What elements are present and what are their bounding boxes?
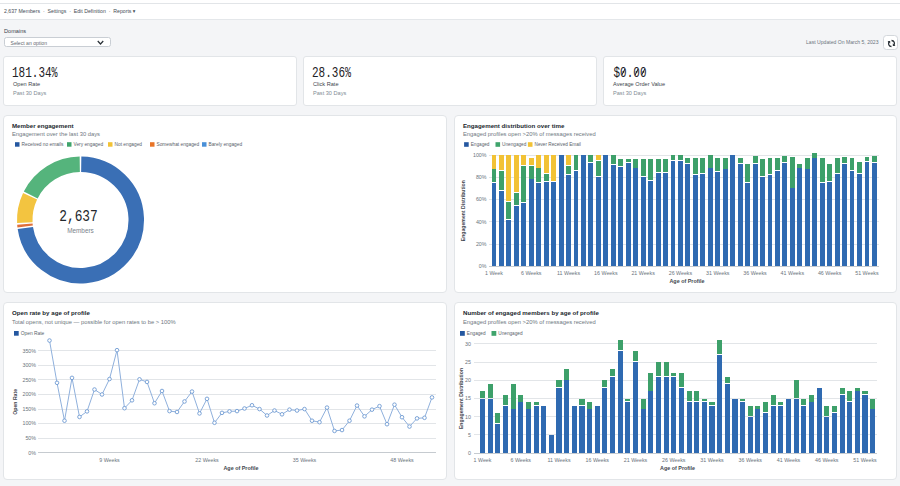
svg-text:2,637: 2,637 [59, 207, 98, 226]
svg-text:80%: 80% [475, 174, 486, 180]
svg-text:Number of engaged members by a: Number of engaged members by age of prof… [463, 309, 599, 316]
svg-text:6 Weeks: 6 Weeks [510, 456, 531, 462]
svg-text:0%: 0% [28, 449, 36, 455]
svg-text:Engaged: Engaged [466, 331, 485, 336]
svg-text:Past 30 Days: Past 30 Days [313, 90, 346, 96]
svg-text:35 Weeks: 35 Weeks [292, 456, 316, 462]
svg-text:51 Weeks: 51 Weeks [855, 270, 879, 276]
svg-text:350%: 350% [22, 347, 36, 353]
svg-text:22 Weeks: 22 Weeks [195, 456, 219, 462]
svg-text:36 Weeks: 36 Weeks [738, 456, 762, 462]
svg-text:20: 20 [465, 377, 471, 383]
svg-text:Engagement Distribution: Engagement Distribution [457, 367, 463, 428]
svg-text:1 Week: 1 Week [485, 270, 503, 276]
svg-text:Very engaged: Very engaged [73, 142, 103, 147]
svg-text:10: 10 [465, 413, 471, 419]
svg-text:50%: 50% [25, 435, 36, 441]
svg-text:11 Weeks: 11 Weeks [557, 270, 580, 276]
svg-text:36 Weeks: 36 Weeks [743, 270, 767, 276]
svg-text:15: 15 [465, 395, 471, 401]
svg-text:Unengaged: Unengaged [502, 142, 527, 147]
svg-text:11 Weeks: 11 Weeks [547, 456, 570, 462]
svg-text:Age of Profile: Age of Profile [660, 464, 695, 470]
svg-text:Members: Members [67, 227, 94, 234]
svg-text:40%: 40% [475, 219, 486, 225]
svg-text:0%: 0% [478, 263, 486, 269]
svg-text:31 Weeks: 31 Weeks [700, 456, 724, 462]
svg-text:46 Weeks: 46 Weeks [815, 456, 839, 462]
svg-text:Engaged: Engaged [470, 142, 489, 147]
svg-text:5: 5 [468, 431, 471, 437]
svg-text:Engaged profiles open >20% of: Engaged profiles open >20% of messages r… [463, 318, 596, 324]
svg-text:Engaged profiles open >20% of: Engaged profiles open >20% of messages r… [463, 131, 596, 137]
svg-text:41 Weeks: 41 Weeks [776, 456, 800, 462]
svg-text:Engagement distribution over t: Engagement distribution over time [463, 122, 565, 129]
svg-text:26 Weeks: 26 Weeks [662, 456, 686, 462]
svg-text:Open Rate: Open Rate [20, 331, 44, 336]
svg-text:Open Rate: Open Rate [13, 81, 40, 87]
svg-text:Engagement Distribution: Engagement Distribution [460, 180, 466, 241]
svg-text:26 Weeks: 26 Weeks [668, 270, 692, 276]
svg-text:Engagement over the last 30 da: Engagement over the last 30 days [12, 131, 100, 137]
svg-text:300%: 300% [22, 362, 36, 368]
svg-text:Open rate by age of profile: Open rate by age of profile [12, 309, 90, 316]
svg-text:Somewhat engaged: Somewhat engaged [156, 142, 199, 147]
svg-text:21 Weeks: 21 Weeks [631, 270, 655, 276]
svg-text:$0.00: $0.00 [613, 63, 646, 80]
svg-text:60%: 60% [475, 196, 486, 202]
svg-text:Not engaged: Not engaged [114, 142, 142, 147]
svg-text:Never Received Email: Never Received Email [534, 142, 580, 147]
svg-text:0: 0 [468, 450, 471, 456]
svg-text:20%: 20% [475, 241, 486, 247]
svg-text:1 Week: 1 Week [473, 456, 491, 462]
svg-text:Received no emails: Received no emails [21, 142, 63, 147]
svg-text:25: 25 [465, 358, 471, 364]
svg-text:250%: 250% [22, 376, 36, 382]
svg-text:21 Weeks: 21 Weeks [623, 456, 647, 462]
svg-text:Member engagement: Member engagement [12, 122, 73, 129]
svg-text:48 Weeks: 48 Weeks [390, 456, 414, 462]
svg-text:100%: 100% [472, 152, 486, 158]
svg-text:51 Weeks: 51 Weeks [853, 456, 877, 462]
svg-text:30: 30 [465, 340, 471, 346]
svg-text:46 Weeks: 46 Weeks [817, 270, 841, 276]
svg-text:150%: 150% [22, 405, 36, 411]
svg-text:41 Weeks: 41 Weeks [780, 270, 804, 276]
svg-text:16 Weeks: 16 Weeks [594, 270, 618, 276]
svg-text:181.34%: 181.34% [12, 63, 58, 80]
svg-text:Barely engaged: Barely engaged [208, 142, 242, 147]
svg-text:Age of Profile: Age of Profile [223, 464, 258, 470]
svg-text:Unengaged: Unengaged [498, 331, 523, 336]
svg-text:Past 30 Days: Past 30 Days [613, 90, 646, 96]
svg-text:31 Weeks: 31 Weeks [706, 270, 730, 276]
svg-text:Total opens, not unique — poss: Total opens, not unique — possible for o… [12, 318, 176, 324]
svg-text:Average Order Value: Average Order Value [613, 81, 665, 87]
svg-text:Age of Profile: Age of Profile [669, 278, 704, 284]
svg-text:200%: 200% [22, 391, 36, 397]
svg-text:9 Weeks: 9 Weeks [99, 456, 120, 462]
svg-text:100%: 100% [22, 420, 36, 426]
svg-text:Open Rate: Open Rate [12, 388, 18, 414]
svg-text:6 Weeks: 6 Weeks [520, 270, 541, 276]
svg-text:Click Rate: Click Rate [313, 81, 339, 87]
svg-text:Past 30 Days: Past 30 Days [13, 90, 46, 96]
svg-text:28.36%: 28.36% [312, 63, 352, 80]
svg-text:16 Weeks: 16 Weeks [585, 456, 609, 462]
